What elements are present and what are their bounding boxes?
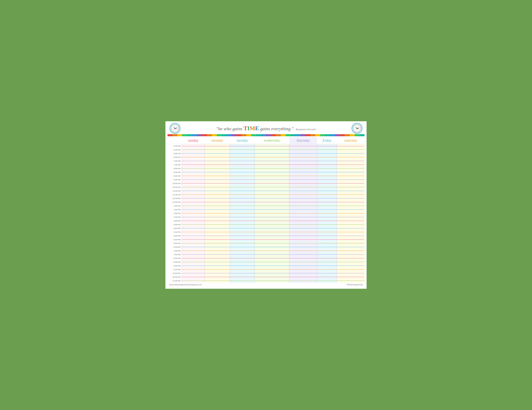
cell-friday [317, 279, 337, 283]
cell-friday [317, 215, 337, 219]
cell-sunday [182, 249, 204, 253]
clock-left-icon [170, 123, 180, 134]
cell-thursday [289, 170, 317, 174]
cell-wednesday [255, 167, 289, 170]
cell-saturday [337, 238, 364, 242]
time-row: 7:30 AM [168, 163, 364, 167]
cell-sunday [182, 185, 204, 189]
cell-wednesday [255, 182, 289, 185]
cell-sunday [182, 208, 204, 212]
cell-monday [204, 275, 230, 279]
cell-monday [204, 219, 230, 223]
cell-sunday [182, 219, 204, 223]
cell-thursday [289, 272, 317, 275]
cell-wednesday [255, 219, 289, 223]
cell-friday [317, 159, 337, 163]
time-label: 4:00 PM [168, 226, 182, 230]
cell-saturday [337, 152, 364, 155]
time-row: 10:00 AM [168, 182, 364, 185]
cell-thursday [289, 204, 317, 208]
cell-sunday [182, 167, 204, 170]
cell-wednesday [255, 193, 289, 196]
cell-thursday [289, 223, 317, 226]
time-row: 4:00 PM [168, 226, 364, 230]
cell-tuesday [230, 242, 255, 245]
cell-saturday [337, 185, 364, 189]
cell-tuesday [230, 182, 255, 185]
cell-tuesday [230, 208, 255, 212]
cell-friday [317, 245, 337, 249]
cell-tuesday [230, 163, 255, 167]
cell-friday [317, 152, 337, 155]
cell-saturday [337, 249, 364, 253]
cell-sunday [182, 238, 204, 242]
time-label: 7:00 AM [168, 159, 182, 163]
time-row: 6:30 PM [168, 245, 364, 249]
cell-monday [204, 249, 230, 253]
cell-sunday [182, 170, 204, 174]
time-label: 8:30 PM [168, 260, 182, 264]
cell-saturday [337, 253, 364, 256]
cell-friday [317, 238, 337, 242]
time-column-header [168, 137, 182, 144]
cell-sunday [182, 178, 204, 182]
cell-friday [317, 185, 337, 189]
cell-monday [204, 223, 230, 226]
cell-monday [204, 152, 230, 155]
cell-friday [317, 196, 337, 200]
time-label: 12:30 PM [168, 200, 182, 204]
time-row: 8:00 PM [168, 256, 364, 260]
cell-tuesday [230, 256, 255, 260]
cell-friday [317, 200, 337, 204]
cell-tuesday [230, 260, 255, 264]
cell-monday [204, 159, 230, 163]
cell-tuesday [230, 230, 255, 234]
time-label: 6:30 PM [168, 245, 182, 249]
cell-saturday [337, 174, 364, 178]
cell-monday [204, 260, 230, 264]
cell-monday [204, 170, 230, 174]
cell-tuesday [230, 144, 255, 148]
time-row: 5:00 PM [168, 234, 364, 238]
time-row: 1:00 PM [168, 204, 364, 208]
time-row: 11:00 AM [168, 189, 364, 193]
quote-container: "he who gains TIME gains everything." - … [216, 125, 316, 132]
cell-saturday [337, 159, 364, 163]
quote-text: "he who gains TIME gains everything." - … [216, 126, 316, 131]
cell-thursday [289, 245, 317, 249]
cell-tuesday [230, 178, 255, 182]
cell-friday [317, 260, 337, 264]
cell-monday [204, 200, 230, 204]
time-label: 2:00 PM [168, 212, 182, 215]
cell-monday [204, 215, 230, 219]
cell-wednesday [255, 152, 289, 155]
time-row: 2:30 PM [168, 215, 364, 219]
cell-thursday [289, 219, 317, 223]
cell-wednesday [255, 260, 289, 264]
time-row: 8:30 PM [168, 260, 364, 264]
time-row: 6:00 AM [168, 152, 364, 155]
time-row: 8:00 AM [168, 167, 364, 170]
cell-sunday [182, 182, 204, 185]
cell-wednesday [255, 204, 289, 208]
cell-saturday [337, 178, 364, 182]
cell-wednesday [255, 155, 289, 159]
cell-monday [204, 185, 230, 189]
cell-tuesday [230, 264, 255, 268]
cell-wednesday [255, 170, 289, 174]
cell-monday [204, 234, 230, 238]
cell-wednesday [255, 245, 289, 249]
cell-thursday [289, 260, 317, 264]
cell-friday [317, 208, 337, 212]
cell-sunday [182, 204, 204, 208]
day-header-friday: friday [317, 137, 337, 144]
cell-saturday [337, 234, 364, 238]
cell-saturday [337, 275, 364, 279]
time-row: 10:30 AM [168, 185, 364, 189]
cell-friday [317, 148, 337, 152]
cell-monday [204, 272, 230, 275]
time-row: 2:00 PM [168, 212, 364, 215]
time-label: 11:00 AM [168, 189, 182, 193]
time-row: 5:30 AM [168, 148, 364, 152]
cell-thursday [289, 193, 317, 196]
